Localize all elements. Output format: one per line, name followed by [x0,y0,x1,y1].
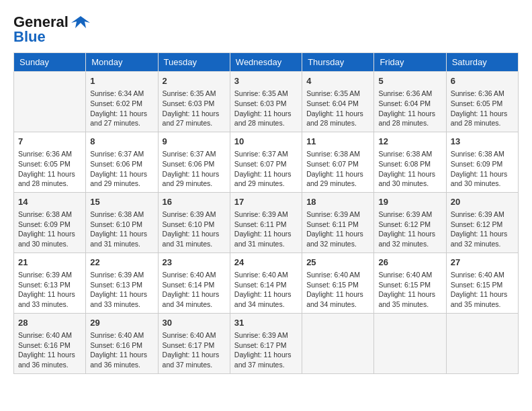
day-detail: Sunrise: 6:38 AM Sunset: 6:09 PM Dayligh… [451,149,514,189]
day-number: 30 [163,317,226,329]
header-thursday: Thursday [302,53,374,72]
calendar-cell: 15Sunrise: 6:38 AM Sunset: 6:10 PM Dayli… [86,192,158,253]
header-tuesday: Tuesday [158,53,230,72]
calendar-cell: 19Sunrise: 6:39 AM Sunset: 6:12 PM Dayli… [374,192,446,253]
page-header: General Blue [13,13,519,46]
header-sunday: Sunday [14,53,86,72]
day-number: 17 [234,196,298,208]
calendar-cell: 30Sunrise: 6:40 AM Sunset: 6:17 PM Dayli… [158,313,230,373]
calendar-table: SundayMondayTuesdayWednesdayThursdayFrid… [13,52,519,374]
calendar-week-3: 14Sunrise: 6:38 AM Sunset: 6:09 PM Dayli… [14,192,519,253]
calendar-cell: 31Sunrise: 6:39 AM Sunset: 6:17 PM Dayli… [230,313,302,373]
calendar-cell: 3Sunrise: 6:35 AM Sunset: 6:03 PM Daylig… [230,72,302,132]
day-detail: Sunrise: 6:40 AM Sunset: 6:15 PM Dayligh… [306,270,369,310]
calendar-cell: 7Sunrise: 6:36 AM Sunset: 6:05 PM Daylig… [14,132,86,192]
header-monday: Monday [86,53,158,72]
day-number: 2 [163,75,226,87]
day-detail: Sunrise: 6:36 AM Sunset: 6:05 PM Dayligh… [18,149,81,189]
calendar-cell: 10Sunrise: 6:37 AM Sunset: 6:07 PM Dayli… [230,132,302,192]
day-detail: Sunrise: 6:39 AM Sunset: 6:10 PM Dayligh… [163,210,226,249]
calendar-header-row: SundayMondayTuesdayWednesdayThursdayFrid… [14,53,519,72]
day-number: 3 [234,75,298,87]
day-number: 27 [451,257,514,269]
day-number: 28 [18,317,81,329]
calendar-cell: 28Sunrise: 6:40 AM Sunset: 6:16 PM Dayli… [14,313,86,373]
calendar-cell: 29Sunrise: 6:40 AM Sunset: 6:16 PM Dayli… [86,313,158,373]
day-number: 11 [306,136,369,148]
day-number: 12 [378,136,441,148]
day-detail: Sunrise: 6:35 AM Sunset: 6:03 PM Dayligh… [163,89,226,128]
day-number: 20 [451,196,514,208]
day-detail: Sunrise: 6:40 AM Sunset: 6:16 PM Dayligh… [90,330,153,370]
header-friday: Friday [374,53,446,72]
day-number: 26 [378,257,441,269]
day-detail: Sunrise: 6:37 AM Sunset: 6:07 PM Dayligh… [234,149,298,189]
calendar-cell: 18Sunrise: 6:39 AM Sunset: 6:11 PM Dayli… [302,192,374,253]
calendar-cell: 20Sunrise: 6:39 AM Sunset: 6:12 PM Dayli… [446,192,518,253]
calendar-week-2: 7Sunrise: 6:36 AM Sunset: 6:05 PM Daylig… [14,132,519,192]
calendar-week-5: 28Sunrise: 6:40 AM Sunset: 6:16 PM Dayli… [14,313,519,373]
logo-bird-icon [71,15,90,30]
day-number: 5 [378,75,441,87]
day-detail: Sunrise: 6:37 AM Sunset: 6:06 PM Dayligh… [163,149,226,189]
day-number: 18 [306,196,369,208]
day-detail: Sunrise: 6:40 AM Sunset: 6:16 PM Dayligh… [18,330,81,370]
day-number: 15 [90,196,153,208]
calendar-cell [374,313,446,373]
day-detail: Sunrise: 6:40 AM Sunset: 6:15 PM Dayligh… [451,270,514,310]
day-number: 16 [163,196,226,208]
day-number: 29 [90,317,153,329]
day-number: 9 [163,136,226,148]
day-detail: Sunrise: 6:39 AM Sunset: 6:17 PM Dayligh… [234,330,298,370]
day-number: 14 [18,196,81,208]
calendar-cell: 24Sunrise: 6:40 AM Sunset: 6:14 PM Dayli… [230,253,302,313]
day-detail: Sunrise: 6:40 AM Sunset: 6:14 PM Dayligh… [163,270,226,310]
day-detail: Sunrise: 6:39 AM Sunset: 6:11 PM Dayligh… [306,210,369,249]
calendar-cell [14,72,86,132]
day-number: 31 [234,317,298,329]
day-detail: Sunrise: 6:37 AM Sunset: 6:06 PM Dayligh… [90,149,153,189]
calendar-cell: 14Sunrise: 6:38 AM Sunset: 6:09 PM Dayli… [14,192,86,253]
svg-marker-0 [71,16,90,28]
day-detail: Sunrise: 6:38 AM Sunset: 6:10 PM Dayligh… [90,210,153,249]
day-number: 13 [451,136,514,148]
calendar-week-1: 1Sunrise: 6:34 AM Sunset: 6:02 PM Daylig… [14,72,519,132]
day-number: 10 [234,136,298,148]
day-detail: Sunrise: 6:40 AM Sunset: 6:14 PM Dayligh… [234,270,298,310]
calendar-cell: 16Sunrise: 6:39 AM Sunset: 6:10 PM Dayli… [158,192,230,253]
day-number: 22 [90,257,153,269]
day-number: 7 [18,136,81,148]
day-detail: Sunrise: 6:39 AM Sunset: 6:12 PM Dayligh… [451,210,514,249]
calendar-cell: 11Sunrise: 6:38 AM Sunset: 6:07 PM Dayli… [302,132,374,192]
calendar-cell: 4Sunrise: 6:35 AM Sunset: 6:04 PM Daylig… [302,72,374,132]
day-detail: Sunrise: 6:38 AM Sunset: 6:07 PM Dayligh… [306,149,369,189]
calendar-cell: 21Sunrise: 6:39 AM Sunset: 6:13 PM Dayli… [14,253,86,313]
header-wednesday: Wednesday [230,53,302,72]
day-number: 24 [234,257,298,269]
calendar-cell: 23Sunrise: 6:40 AM Sunset: 6:14 PM Dayli… [158,253,230,313]
calendar-week-4: 21Sunrise: 6:39 AM Sunset: 6:13 PM Dayli… [14,253,519,313]
day-detail: Sunrise: 6:35 AM Sunset: 6:04 PM Dayligh… [306,89,369,128]
logo: General Blue [13,13,90,46]
day-detail: Sunrise: 6:34 AM Sunset: 6:02 PM Dayligh… [90,89,153,128]
day-number: 25 [306,257,369,269]
day-detail: Sunrise: 6:39 AM Sunset: 6:11 PM Dayligh… [234,210,298,249]
day-detail: Sunrise: 6:40 AM Sunset: 6:15 PM Dayligh… [378,270,441,310]
calendar-cell: 6Sunrise: 6:36 AM Sunset: 6:05 PM Daylig… [446,72,518,132]
day-number: 6 [451,75,514,87]
calendar-cell: 2Sunrise: 6:35 AM Sunset: 6:03 PM Daylig… [158,72,230,132]
calendar-cell: 17Sunrise: 6:39 AM Sunset: 6:11 PM Dayli… [230,192,302,253]
calendar-cell: 22Sunrise: 6:39 AM Sunset: 6:13 PM Dayli… [86,253,158,313]
day-detail: Sunrise: 6:38 AM Sunset: 6:08 PM Dayligh… [378,149,441,189]
day-detail: Sunrise: 6:36 AM Sunset: 6:05 PM Dayligh… [451,89,514,128]
day-number: 4 [306,75,369,87]
calendar-cell: 12Sunrise: 6:38 AM Sunset: 6:08 PM Dayli… [374,132,446,192]
logo-blue-text: Blue [13,28,46,46]
day-detail: Sunrise: 6:39 AM Sunset: 6:12 PM Dayligh… [378,210,441,249]
day-detail: Sunrise: 6:36 AM Sunset: 6:04 PM Dayligh… [378,89,441,128]
header-saturday: Saturday [446,53,518,72]
day-number: 23 [163,257,226,269]
day-detail: Sunrise: 6:38 AM Sunset: 6:09 PM Dayligh… [18,210,81,249]
day-number: 21 [18,257,81,269]
day-number: 1 [90,75,153,87]
